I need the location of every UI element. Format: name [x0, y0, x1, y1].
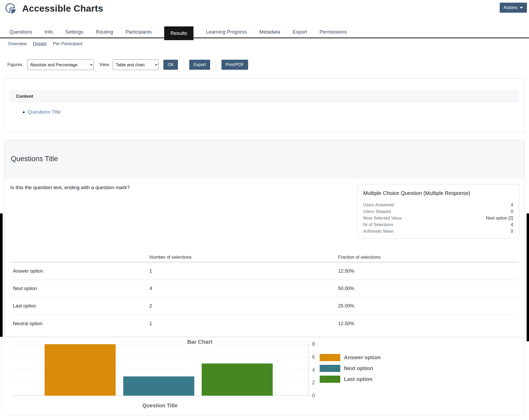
info-row: Most Selected Value Next option [2] [363, 215, 513, 221]
table-row: Next option 4 50.00% [11, 280, 519, 297]
figures-select[interactable]: Absolute and Percentage [27, 59, 94, 70]
info-label: Users Answered [363, 202, 394, 208]
info-row: Users Answered 4 [363, 202, 513, 208]
info-value: 4 [511, 202, 513, 208]
legend-item: Answer option [320, 354, 381, 361]
selection-fraction: 50.00% [338, 286, 519, 291]
info-row: Arithmetic Mean 0 [363, 228, 513, 235]
y-axis-tick-label: 6 [312, 354, 323, 360]
bar-answer-option [45, 344, 116, 396]
questions-title-link[interactable]: Questions Title [28, 109, 61, 115]
y-axis-tick [309, 396, 310, 396]
y-axis-tick-label: 2 [312, 380, 323, 386]
info-label: Arithmetic Mean [363, 228, 394, 235]
view-label: View [100, 62, 109, 67]
table-row: Answer option 1 12.50% [11, 263, 519, 280]
legend-label: Next option [344, 365, 373, 371]
toolbar-divider [183, 59, 184, 71]
bar-chart-panel: Bar Chart Question Title Answer optionNe… [1, 337, 525, 415]
answers-table: Number of selections Fraction of selecti… [11, 253, 519, 332]
tab-participants[interactable]: Participants [125, 29, 152, 35]
y-axis-tick [309, 357, 310, 357]
info-value: 4 [511, 221, 513, 228]
figures-label: Figures [7, 62, 22, 67]
tab-questions[interactable]: Questions [10, 29, 32, 35]
list-item: Questions Title [28, 108, 61, 116]
chart-x-axis-label: Question Title [11, 403, 309, 409]
y-axis-tick [309, 344, 310, 344]
screenshot-black-band-right [527, 213, 529, 341]
tab-export[interactable]: Export [293, 29, 307, 35]
info-value: 0 [511, 208, 513, 215]
question-section-title: Questions Title [11, 155, 58, 163]
answer-option-label: Neutral option [11, 321, 149, 326]
question-type-title: Multiple Choice Question (Multiple Respo… [363, 190, 513, 196]
table-header-row: Number of selections Fraction of selecti… [11, 253, 519, 263]
selection-fraction: 12.50% [338, 268, 519, 274]
tab-permissions[interactable]: Permissions [319, 29, 347, 35]
screenshot-black-band-left [0, 213, 3, 337]
y-axis-tick [309, 383, 310, 383]
subnav-per-participant[interactable]: Per Participant [53, 41, 83, 46]
selection-fraction: 12.50% [338, 321, 519, 326]
subnav-overview[interactable]: Overview [8, 41, 27, 46]
info-row: Users Skipped 0 [363, 208, 513, 215]
table-row: Last option 2 25.00% [11, 297, 519, 315]
tab-learning-progress[interactable]: Learning Progress [206, 29, 247, 35]
legend-swatch [320, 365, 340, 372]
content-panel: Content Questions Title [4, 78, 525, 132]
column-header-fraction-of-selections: Fraction of selections [338, 255, 519, 260]
y-axis-tick-label: 8 [312, 341, 323, 347]
legend-item: Last option [320, 376, 381, 383]
tab-settings[interactable]: Settings [65, 29, 83, 35]
question-section-header: Questions Title [4, 140, 525, 178]
answer-option-label: Answer option [11, 268, 149, 274]
tab-metadata[interactable]: Metadata [259, 29, 280, 35]
answer-option-label: Next option [11, 286, 149, 291]
content-link-list: Questions Title [21, 108, 61, 116]
subnav-details[interactable]: Details [33, 41, 47, 46]
column-header-number-of-selections: Number of selections [149, 255, 338, 260]
tab-routing[interactable]: Routing [96, 29, 113, 35]
results-toolbar: Figures Absolute and Percentage View Tab… [7, 59, 248, 71]
results-subnav: Overview Details Per Participant [8, 41, 82, 46]
tab-results[interactable]: Results [164, 26, 193, 40]
legend-label: Answer option [344, 354, 381, 361]
info-row: Nr of Selections 4 [363, 221, 513, 228]
info-label: Most Selected Value [363, 215, 402, 221]
table-row: Neutral option 1 12.50% [11, 315, 519, 332]
view-select[interactable]: Table and chart [113, 59, 159, 70]
question-text: Is this the question text, ending with a… [10, 185, 130, 190]
ok-button[interactable]: OK [163, 60, 178, 70]
selection-count: 2 [149, 303, 338, 309]
content-panel-heading: Content [10, 90, 519, 103]
legend-item: Next option [320, 365, 381, 372]
question-info-box: Multiple Choice Question (Multiple Respo… [357, 184, 519, 239]
print-pdf-button[interactable]: Print/PDF [221, 60, 248, 70]
legend-swatch [320, 376, 340, 383]
question-section-panel: Questions Title Is this the question tex… [4, 140, 525, 337]
chart-plot [11, 344, 309, 396]
chart-legend: Answer optionNext optionLast option [320, 354, 381, 383]
tab-bar: Questions Info Settings Routing Particip… [0, 26, 529, 38]
legend-label: Last option [344, 376, 372, 382]
y-axis-tick-label: 4 [312, 367, 323, 373]
toolbar-divider [216, 59, 216, 71]
answer-option-label: Last option [11, 303, 149, 309]
page-title: Accessible Charts [22, 3, 103, 14]
legend-swatch [320, 354, 340, 361]
y-axis-tick [309, 370, 310, 370]
tab-info[interactable]: Info [45, 29, 53, 35]
info-label: Users Skipped [363, 208, 391, 215]
bar-last-option [202, 363, 273, 396]
info-value: 0 [511, 228, 513, 235]
selection-count: 4 [149, 286, 338, 291]
selection-fraction: 25.00% [338, 303, 519, 309]
info-value: Next option [2] [486, 215, 513, 221]
chevron-down-icon [520, 7, 523, 9]
actions-button[interactable]: Actions [500, 3, 527, 13]
pie-chart-logo-icon [4, 2, 17, 15]
export-button[interactable]: Export [189, 60, 210, 70]
actions-button-label: Actions [504, 5, 517, 10]
page: Accessible Charts Actions Questions Info… [0, 0, 529, 420]
